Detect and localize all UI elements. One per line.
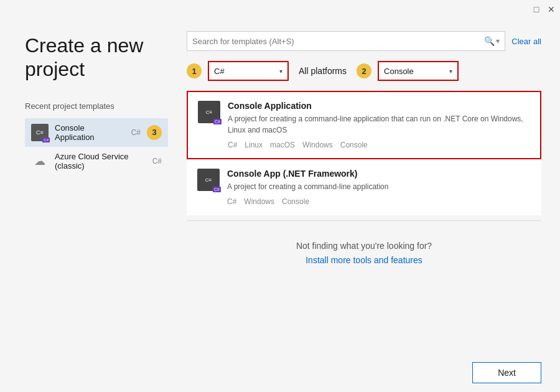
step-badge-1: 1 [187,63,202,78]
console-app-icon: C≡ C# [31,124,49,141]
template-dotnet-desc: A project for creating a command-line ap… [227,181,531,192]
recent-label: Recent project templates [25,101,168,111]
language-dropdown-arrow: ▾ [279,68,282,75]
filters-row: 🔍 ▾ Clear all [187,31,541,51]
left-panel: Create a new project Recent project temp… [0,19,180,392]
not-finding-text: Not finding what you're looking for? [187,241,541,251]
template-dotnet-info: Console App (.NET Framework) A project f… [227,169,531,206]
separator [187,220,541,221]
language-dropdown-value: C# [214,67,276,76]
project-type-dropdown-arrow: ▾ [449,68,452,75]
tag-linux: Linux [245,141,263,149]
project-type-dropdown-value: Console [384,67,446,76]
template-console-info: Console Application A project for creati… [228,101,530,149]
next-button[interactable]: Next [472,362,541,383]
language-dropdown[interactable]: C# ▾ [208,61,289,81]
not-finding-section: Not finding what you're looking for? Ins… [187,226,541,281]
project-type-dropdown[interactable]: Console ▾ [378,61,459,81]
template-card-dotnet[interactable]: C≡ C# Console App (.NET Framework) A pro… [187,159,541,215]
filter-dropdowns-row: 1 C# ▾ All platforms 2 Console ▾ [187,61,541,81]
install-link[interactable]: Install more tools and features [306,255,422,265]
search-dropdown-arrow[interactable]: ▾ [496,37,500,45]
tag-windows: Windows [302,141,333,149]
right-panel: 🔍 ▾ Clear all 1 C# ▾ All platforms 2 Con… [180,19,560,392]
search-input[interactable] [192,37,482,46]
template-dotnet-icon: C≡ C# [197,169,220,191]
recent-item-console[interactable]: C≡ C# Console Application C# 3 [25,118,168,147]
title-bar: □ ✕ [523,0,560,19]
template-card-console[interactable]: C≡ C# Console Application A project for … [187,91,541,159]
recent-item-azure[interactable]: ☁ Azure Cloud Service (classic) C# [25,147,168,175]
tag-console: Console [340,141,368,149]
footer: Next [0,353,560,392]
tag2-csharp: C# [227,197,236,206]
close-button[interactable]: ✕ [548,6,555,13]
template-console-name: Console Application [228,101,530,111]
template-list: C≡ C# Console Application A project for … [187,91,541,380]
template-dotnet-name: Console App (.NET Framework) [227,169,531,179]
template-console-tags: C# Linux macOS Windows Console [228,141,530,149]
step-badge-3: 3 [147,125,162,140]
template-console-icon: C≡ C# [198,101,220,123]
tag-csharp: C# [228,141,237,149]
tag2-console: Console [282,197,309,206]
recent-item-azure-lang: C# [152,157,162,166]
template-console-desc: A project for creating a command-line ap… [228,113,530,136]
recent-item-console-lang: C# [131,128,141,137]
azure-cloud-icon: ☁ [31,152,49,170]
recent-item-azure-label: Azure Cloud Service (classic) [55,152,146,170]
tag-macos: macOS [270,141,295,149]
page-title: Create a new project [25,34,168,82]
clear-all-button[interactable]: Clear all [511,37,541,46]
search-icon: 🔍 [484,36,495,46]
tag2-windows: Windows [244,197,274,206]
step-badge-2: 2 [357,63,371,78]
template-dotnet-tags: C# Windows Console [227,197,531,206]
platforms-label: All platforms [295,66,350,76]
search-box[interactable]: 🔍 ▾ [187,31,505,51]
minimize-button[interactable]: □ [533,6,540,13]
recent-item-console-label: Console Application [55,123,125,142]
